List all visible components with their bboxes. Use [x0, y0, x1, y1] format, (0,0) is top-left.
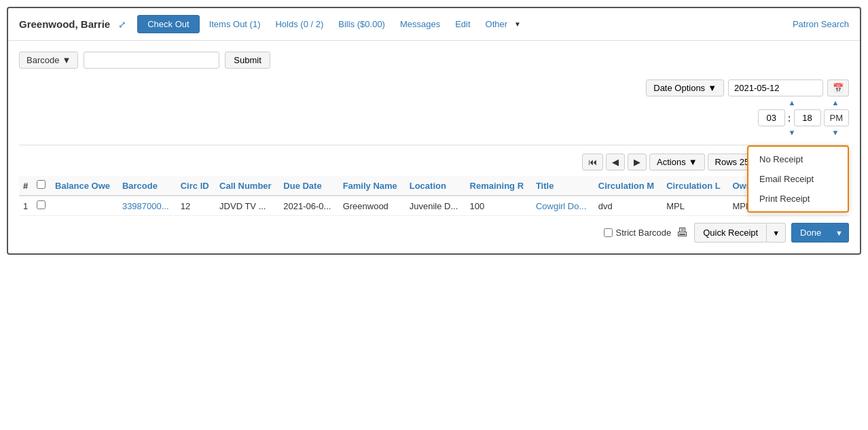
row-call-number: JDVD TV ... [215, 196, 279, 216]
barcode-input[interactable] [84, 52, 219, 69]
row-checkbox[interactable] [37, 200, 46, 209]
barcode-row: Barcode ▼ Submit [19, 52, 849, 69]
calendar-icon[interactable]: 📅 [827, 79, 849, 96]
col-call-number: Call Number [215, 176, 279, 196]
bottom-row: Strict Barcode 🖶 Quick Receipt ▼ Done ▼ … [19, 223, 849, 243]
select-all-checkbox[interactable] [37, 180, 46, 189]
col-due-date: Due Date [279, 176, 338, 196]
other-caret-icon: ▼ [514, 20, 521, 28]
barcode-label: Barcode [26, 55, 59, 65]
minute-input[interactable]: 18 [794, 109, 821, 126]
strict-barcode-checkbox[interactable] [604, 228, 613, 237]
col-barcode: Barcode [118, 176, 177, 196]
hour-down-button[interactable]: ▼ [789, 129, 796, 137]
row-num: 1 [19, 196, 33, 216]
hour-up-button[interactable]: ▲ [789, 99, 796, 107]
receipt-dropdown-menu: No Receipt Email Receipt Print Receipt [747, 145, 849, 213]
messages-link[interactable]: Messages [395, 16, 446, 33]
email-receipt-item[interactable]: Email Receipt [748, 169, 848, 189]
date-options-area: Date Options ▼ 📅 ▲ ▲ [646, 79, 849, 137]
title-link[interactable]: Cowgirl Do... [536, 201, 586, 211]
bills-link[interactable]: Bills ($0.00) [333, 16, 391, 33]
done-group: Done ▼ [791, 223, 849, 243]
content-area: Barcode ▼ Submit Date Options ▼ 📅 [8, 41, 860, 253]
date-options-button[interactable]: Date Options ▼ [646, 79, 724, 96]
barcode-link[interactable]: 33987000... [122, 201, 169, 211]
date-input[interactable] [728, 79, 823, 96]
col-location: Location [405, 176, 466, 196]
row-circulation-m: dvd [594, 196, 662, 216]
done-button[interactable]: Done [791, 223, 829, 243]
print-receipt-item[interactable]: Print Receipt [748, 189, 848, 209]
row-remaining-r: 100 [466, 196, 532, 216]
col-circulation-m: Circulation M [594, 176, 662, 196]
time-down-row: ▼ ▼ [778, 129, 849, 137]
date-options-row: Date Options ▼ 📅 [646, 79, 849, 96]
prev-page-button[interactable]: ◀ [606, 154, 625, 171]
table-row: 1 33987000... 12 JDVD TV ... 2021-06-0..… [19, 196, 849, 216]
strict-barcode-area: Strict Barcode [604, 228, 672, 238]
minute-up-area: ▲ [822, 99, 849, 107]
time-fields-row: 03 : 18 PM [758, 109, 849, 126]
date-options-label: Date Options [653, 83, 705, 93]
hour-input[interactable]: 03 [758, 109, 785, 126]
row-circulation-l: MPL [662, 196, 728, 216]
strict-barcode-label: Strict Barcode [616, 228, 672, 238]
row-location: Juvenile D... [405, 196, 466, 216]
actions-caret-icon: ▼ [689, 157, 698, 167]
patron-search-link[interactable]: Patron Search [793, 19, 849, 29]
quick-receipt-caret-button[interactable]: ▼ [766, 223, 786, 243]
time-colon: : [788, 113, 791, 124]
next-page-button[interactable]: ▶ [628, 154, 647, 171]
pagination-row: ⏮ ◀ ▶ Actions ▼ Rows 25 ▼ Page 1 ▼ ▼ [19, 154, 849, 171]
col-circulation-l: Circulation L [662, 176, 728, 196]
expand-icon[interactable]: ⤢ [118, 19, 126, 30]
col-checkbox [33, 176, 51, 196]
checkout-button[interactable]: Check Out [137, 15, 199, 33]
edit-link[interactable]: Edit [450, 16, 475, 33]
col-balance-owe: Balance Owe [51, 176, 118, 196]
barcode-caret-icon: ▼ [62, 55, 71, 65]
quick-receipt-group: Quick Receipt ▼ [694, 223, 786, 243]
time-up-row: ▲ ▲ [778, 99, 849, 107]
col-remaining-r: Remaining R [466, 176, 532, 196]
patron-name: Greenwood, Barrie [19, 18, 110, 30]
other-link[interactable]: Other [480, 16, 513, 33]
items-table: # Balance Owe Barcode Circ ID Call Numbe… [19, 176, 849, 216]
done-caret-button[interactable]: ▼ [829, 223, 849, 243]
col-num: # [19, 176, 33, 196]
barcode-dropdown-button[interactable]: Barcode ▼ [19, 52, 78, 69]
col-family-name: Family Name [339, 176, 405, 196]
rows-label: Rows 25 [715, 157, 750, 167]
top-nav: Greenwood, Barrie ⤢ Check Out Items Out … [8, 8, 860, 41]
table-header-row: # Balance Owe Barcode Circ ID Call Numbe… [19, 176, 849, 196]
row-title: Cowgirl Do... [532, 196, 594, 216]
quick-receipt-button[interactable]: Quick Receipt [694, 223, 766, 243]
items-out-link[interactable]: Items Out (1) [204, 16, 266, 33]
holds-link[interactable]: Holds (0 / 2) [270, 16, 329, 33]
date-options-caret-icon: ▼ [708, 83, 717, 93]
ampm-display: PM [824, 109, 850, 126]
items-table-container: # Balance Owe Barcode Circ ID Call Numbe… [19, 176, 849, 216]
row-checkbox-cell [33, 196, 51, 216]
row-due-date: 2021-06-0... [279, 196, 338, 216]
no-receipt-item[interactable]: No Receipt [748, 149, 848, 169]
print-icon[interactable]: 🖶 [676, 226, 689, 240]
col-title: Title [532, 176, 594, 196]
actions-label: Actions [657, 157, 686, 167]
row-family-name: Greenwood [339, 196, 405, 216]
minute-up-button[interactable]: ▲ [832, 99, 839, 107]
col-circ-id: Circ ID [177, 176, 215, 196]
row-barcode: 33987000... [118, 196, 177, 216]
actions-dropdown-button[interactable]: Actions ▼ [649, 154, 705, 171]
section-divider [19, 145, 849, 145]
submit-button[interactable]: Submit [225, 52, 270, 69]
other-dropdown[interactable]: Other ▼ [480, 16, 521, 33]
minute-down-button[interactable]: ▼ [832, 129, 839, 137]
hour-up-area: ▲ [778, 99, 806, 107]
first-page-button[interactable]: ⏮ [582, 154, 603, 171]
row-circ-id: 12 [177, 196, 215, 216]
row-balance-owe [51, 196, 118, 216]
